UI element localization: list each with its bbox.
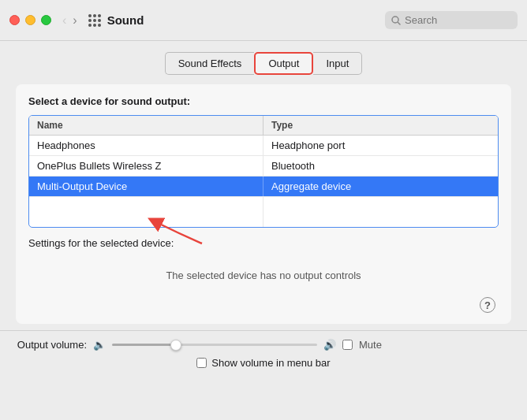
help-row: ? <box>28 297 499 313</box>
empty-cell <box>264 197 498 227</box>
row-name: OnePlus Bullets Wireless Z <box>29 156 264 176</box>
show-volume-label: Show volume in menu bar <box>211 357 330 369</box>
bottom-bar: Output volume: 🔈 🔊 Mute Show volume in m… <box>0 330 527 377</box>
minimize-button[interactable] <box>25 15 36 25</box>
col-header-name: Name <box>29 116 264 135</box>
forward-button[interactable]: › <box>69 13 80 28</box>
row-name: Multi-Output Device <box>29 177 264 196</box>
volume-slider[interactable] <box>112 344 317 346</box>
mute-checkbox[interactable] <box>342 340 353 350</box>
table-header: Name Type <box>29 116 498 136</box>
row-type: Bluetooth <box>264 156 498 176</box>
tab-input[interactable]: Input <box>313 52 362 75</box>
search-input[interactable] <box>405 14 511 26</box>
mute-label: Mute <box>359 339 382 351</box>
volume-high-icon: 🔊 <box>323 339 336 351</box>
search-box <box>385 11 518 29</box>
col-header-type: Type <box>264 116 498 135</box>
volume-row: Output volume: 🔈 🔊 Mute <box>16 339 511 351</box>
tabs-row: Sound Effects Output Input <box>16 41 511 84</box>
show-volume-row: Show volume in menu bar <box>16 357 511 369</box>
grid-icon <box>88 14 101 27</box>
volume-low-icon: 🔈 <box>93 339 106 351</box>
settings-label: Settings for the selected device: <box>28 237 499 249</box>
main-content: Sound Effects Output Input Select a devi… <box>0 41 527 324</box>
row-name: Headphones <box>29 136 264 155</box>
tab-output[interactable]: Output <box>254 52 313 75</box>
output-panel: Select a device for sound output: Name T… <box>16 84 511 324</box>
no-controls-message: The selected device has no output contro… <box>28 257 499 294</box>
back-button[interactable]: ‹ <box>59 13 69 28</box>
table-row-empty[interactable] <box>29 197 498 227</box>
table-row[interactable]: OnePlus Bullets Wireless Z Bluetooth <box>29 156 498 177</box>
table-body: Headphones Headphone port OnePlus Bullet… <box>29 136 498 227</box>
device-table: Name Type Headphones Headphone port OneP… <box>28 115 499 228</box>
row-type: Aggregate device <box>264 177 498 196</box>
empty-cell <box>29 197 264 227</box>
panel-title: Select a device for sound output: <box>28 95 499 107</box>
show-volume-checkbox[interactable] <box>196 358 207 368</box>
volume-label: Output volume: <box>16 339 87 351</box>
svg-line-1 <box>398 22 401 24</box>
close-button[interactable] <box>9 15 20 25</box>
maximize-button[interactable] <box>41 15 51 25</box>
tab-sound-effects[interactable]: Sound Effects <box>165 52 255 75</box>
search-icon <box>391 16 401 25</box>
help-button[interactable]: ? <box>480 297 495 313</box>
traffic-lights <box>9 15 51 25</box>
row-type: Headphone port <box>264 136 498 155</box>
svg-point-0 <box>392 17 398 23</box>
table-row-selected[interactable]: Multi-Output Device Aggregate device <box>29 177 498 197</box>
table-row[interactable]: Headphones Headphone port <box>29 136 498 156</box>
page-title: Sound <box>107 13 385 27</box>
titlebar: ‹ › Sound <box>0 0 527 41</box>
